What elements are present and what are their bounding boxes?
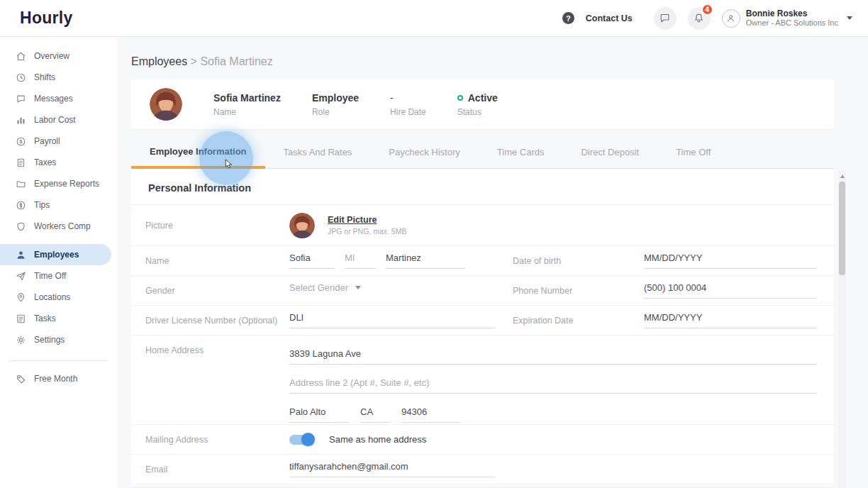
scrollbar[interactable] [838, 171, 846, 488]
avatar-image [289, 213, 315, 238]
license-input[interactable]: DLI [289, 312, 495, 328]
sidebar-item-label: Workers Comp [34, 221, 91, 231]
tab-time-cards[interactable]: Time Cards [479, 136, 563, 168]
sidebar-item-settings[interactable]: Settings [0, 329, 117, 350]
sidebar-item-label: Locations [34, 292, 70, 302]
user-name: Bonnie Roskes [746, 9, 838, 18]
gender-row: Gender Select Gender Phone Number (500) … [131, 276, 834, 306]
picture-thumbnail [289, 213, 315, 238]
address-line2-input[interactable]: Address line 2 (Apt #, Suite #, etc) [289, 377, 817, 394]
name-row: Name Sofia MI Martinez Date of birth MM/… [131, 246, 834, 276]
sidebar-item-workers-comp[interactable]: Workers Comp [0, 216, 117, 237]
sidebar-item-taxes[interactable]: Taxes [0, 152, 117, 173]
dob-input[interactable]: MM/DD/YYYY [644, 253, 817, 269]
mailing-address-label: Mailing Address [145, 435, 289, 445]
breadcrumb-separator: > [191, 55, 197, 67]
toggle-knob [301, 433, 315, 446]
sidebar-item-label: Expense Reports [34, 179, 99, 189]
phone-label: Phone Number [513, 286, 644, 296]
scroll-thumb[interactable] [839, 182, 845, 275]
sidebar-item-tasks[interactable]: Tasks [0, 308, 117, 329]
dollar-circle-icon: $ [16, 136, 26, 147]
contact-us-link[interactable]: Contact Us [586, 13, 633, 23]
clock-icon [16, 72, 26, 83]
sidebar-item-tips[interactable]: Tips [0, 194, 117, 216]
tab-time-off[interactable]: Time Off [657, 136, 729, 168]
email-row: Email tiffanysarahchen@gmail.com [131, 455, 834, 484]
sidebar-item-messages[interactable]: Messages [0, 88, 117, 109]
document-icon [16, 157, 26, 168]
summary-role-value: Employee [312, 92, 359, 104]
sidebar-divider [9, 360, 107, 361]
edit-picture-link[interactable]: Edit Picture [328, 215, 406, 225]
mailing-address-row: Mailing Address Same as home address [131, 425, 834, 455]
first-name-input[interactable]: Sofia [289, 253, 335, 269]
expiration-input[interactable]: MM/DD/YYYY [644, 312, 817, 328]
sidebar-item-label: Tips [34, 200, 50, 210]
status-text: Active [468, 92, 498, 104]
notification-badge: 4 [701, 4, 713, 16]
last-name-input[interactable]: Martinez [386, 253, 465, 269]
phone-input[interactable]: (500) 100 0004 [644, 282, 817, 299]
sidebar-item-employees[interactable]: Employees [0, 244, 111, 265]
sidebar-item-label: Employees [34, 250, 79, 260]
coin-icon [16, 200, 26, 211]
employee-summary-card: Sofia Martinez Name Employee Role - Hire… [131, 79, 834, 129]
home-address-row: Home Address 3839 Laguna Ave Address lin… [131, 336, 834, 425]
tag-icon [16, 374, 26, 384]
avatar [722, 9, 740, 28]
app-logo[interactable]: Hourly [20, 9, 73, 28]
scroll-up-arrow[interactable] [838, 171, 846, 181]
sidebar-item-label: Payroll [34, 136, 60, 146]
summary-name-value: Sofia Martinez [213, 92, 281, 104]
expiration-label: Expiration Date [513, 316, 644, 326]
email-input[interactable]: tiffanysarahchen@gmail.com [289, 461, 495, 477]
chevron-down-icon [355, 286, 361, 289]
summary-hire-date-value: - [390, 92, 426, 104]
picture-row: Picture Edit Picture JPG or PNG, max. 5M… [131, 205, 834, 246]
breadcrumb-current: Sofia Martinez [200, 55, 272, 67]
tab-direct-deposit[interactable]: Direct Deposit [562, 136, 657, 168]
svg-text:$: $ [20, 139, 23, 145]
tab-paycheck-history[interactable]: Paycheck History [370, 136, 478, 168]
gender-select[interactable]: Select Gender [289, 282, 379, 299]
toggle-label: Same as home address [329, 434, 426, 445]
state-input[interactable]: CA [360, 406, 390, 423]
sidebar-item-overview[interactable]: Overview [0, 45, 117, 67]
middle-initial-input[interactable]: MI [345, 253, 376, 269]
picture-hint: JPG or PNG, max. 5MB [328, 227, 406, 235]
sidebar-item-shifts[interactable]: Shifts [0, 67, 117, 88]
sidebar-item-labor-cost[interactable]: Labor Cost [0, 109, 117, 131]
city-input[interactable]: Palo Alto [289, 406, 349, 423]
summary-role: Employee Role [312, 92, 359, 117]
zip-input[interactable]: 94306 [401, 406, 461, 423]
breadcrumb-employees[interactable]: Employees [131, 55, 187, 67]
main-content: Employees > Sofia Martinez Sofia Martine… [117, 37, 868, 488]
sidebar-item-locations[interactable]: Locations [0, 287, 117, 308]
summary-role-label: Role [312, 107, 359, 117]
employee-avatar [150, 88, 182, 121]
sidebar-item-free-month[interactable]: Free Month [0, 368, 117, 389]
sidebar-item-time-off[interactable]: Time Off [0, 265, 117, 287]
checklist-icon [16, 314, 26, 324]
section-title: Personal Information [131, 169, 834, 205]
sidebar-item-label: Tasks [34, 314, 56, 323]
email-label: Email [145, 465, 289, 475]
notifications-button[interactable]: 4 [688, 7, 711, 30]
sidebar-item-label: Time Off [34, 271, 66, 281]
folder-icon [16, 179, 26, 189]
messages-button[interactable] [654, 7, 677, 30]
user-menu[interactable]: Bonnie Roskes Owner - ABC Solutions Inc [722, 9, 852, 28]
name-label: Name [145, 256, 289, 266]
sidebar-item-expense-reports[interactable]: Expense Reports [0, 173, 117, 194]
summary-hire-date-label: Hire Date [390, 107, 426, 117]
same-as-home-toggle[interactable] [289, 435, 313, 445]
sidebar-item-payroll[interactable]: $ Payroll [0, 131, 117, 152]
tab-employee-information[interactable]: Employee Information [131, 136, 265, 169]
avatar-image [150, 88, 182, 121]
help-icon[interactable]: ? [562, 12, 574, 24]
home-icon [16, 51, 26, 62]
address-line1-input[interactable]: 3839 Laguna Ave [289, 348, 817, 365]
summary-name: Sofia Martinez Name [213, 92, 281, 117]
tab-tasks-and-rates[interactable]: Tasks And Rates [265, 136, 371, 168]
